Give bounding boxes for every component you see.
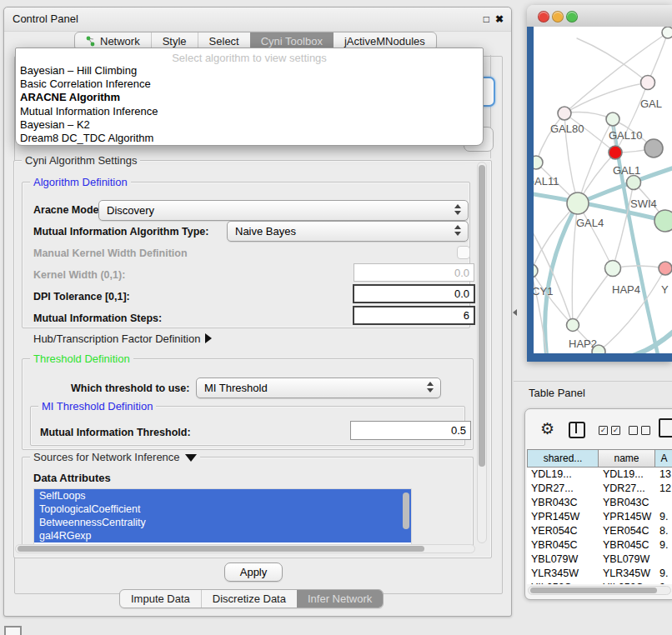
settings-vscrollbar[interactable] [477, 162, 487, 543]
network-edge[interactable] [534, 271, 573, 325]
network-node-bottom-partial[interactable] [592, 345, 605, 353]
network-node-gal10[interactable] [606, 112, 619, 126]
apply-button[interactable]: Apply [224, 562, 283, 582]
data-attributes-list[interactable]: SelfLoopsTopologicalCoefficientBetweenne… [33, 488, 412, 545]
checkbox-checked-icon: ✓ [611, 426, 620, 435]
table-row[interactable]: YBR045CYBR045C9. [527, 538, 672, 552]
node-label-gal10: GAL10 [609, 129, 642, 142]
attribute-list-item[interactable]: TopologicalCoefficient [34, 502, 411, 516]
network-node-gal80[interactable] [558, 107, 571, 120]
table-window: ⚙ ✓ ✓ shared...nameA YDL19...YDL19...13Y… [524, 408, 672, 600]
table-row[interactable]: YDL19...YDL19...13 [527, 468, 672, 482]
network-edge[interactable] [624, 328, 672, 353]
float-panel-icon[interactable]: □ [484, 13, 489, 25]
network-edge[interactable] [536, 113, 564, 162]
algorithm-definition-title: Algorithm Definition [30, 176, 131, 188]
network-canvas[interactable]: GALGAL80GAL10GAL1GAL11SWI4GAL4GCY1HAP4YH… [534, 27, 672, 353]
column-header-shared-[interactable]: shared... [527, 449, 599, 468]
collapsed-panel-icon[interactable] [4, 626, 22, 635]
minimize-window-icon[interactable] [552, 11, 564, 22]
tab-label: Impute Data [131, 592, 190, 605]
network-node-hap4[interactable] [605, 261, 621, 277]
mi-steps-input[interactable]: 6 [353, 306, 475, 325]
sources-expander[interactable]: Sources for Network Inference [30, 451, 200, 463]
hub-definition-expander[interactable]: Hub/Transcription Factor Definition [33, 332, 212, 345]
table-row[interactable]: YBR043CYBR043C [527, 496, 672, 510]
attribute-list-item[interactable]: gal4RGexp [34, 529, 411, 542]
list-scrollbar-thumb[interactable] [403, 492, 409, 529]
aracne-mode-select[interactable]: Discovery [98, 200, 469, 221]
table-row[interactable]: YPR145WYPR145W9. [527, 510, 672, 524]
gear-icon[interactable]: ⚙ [540, 421, 554, 437]
settings-hscrollbar-thumb[interactable] [18, 546, 424, 552]
attribute-list-item[interactable]: BetweennessCentrality [34, 516, 411, 529]
columns-icon[interactable] [569, 422, 585, 438]
dropdown-item-list: Bayesian – Hill ClimbingBasic Correlatio… [16, 64, 483, 145]
mi-threshold-input[interactable]: 0.5 [350, 421, 471, 440]
tab-discretize-data[interactable]: Discretize Data [201, 590, 297, 608]
new-table-icon[interactable] [659, 418, 672, 438]
algorithm-option[interactable]: Bayesian – Hill Climbing [16, 64, 483, 78]
network-node-gal1[interactable] [609, 146, 622, 159]
which-threshold-value: MI Threshold [204, 382, 268, 394]
aracne-mode-label: Aracne Mode: [33, 204, 103, 216]
close-window-icon[interactable] [538, 11, 549, 22]
network-icon [86, 36, 96, 47]
network-node-gal4[interactable] [567, 192, 589, 214]
tab-impute-data[interactable]: Impute Data [120, 590, 201, 608]
table-cell: YBR043C [599, 496, 655, 510]
table-cell: YPR145W [527, 510, 599, 524]
aracne-mode-value: Discovery [107, 204, 154, 217]
network-node-big-green[interactable] [654, 210, 672, 232]
attribute-list-item[interactable]: SelfLoops [34, 489, 411, 502]
network-edge[interactable] [573, 268, 613, 325]
algorithm-option[interactable]: Dream8 DC_TDC Algorithm [16, 132, 483, 145]
dropdown-placeholder: Select algorithm to view settings [16, 48, 483, 64]
splitter-grip-icon[interactable] [513, 309, 517, 316]
table-cell: YBR045C [599, 538, 655, 552]
checked-checkboxes-icon[interactable]: ✓ ✓ [599, 426, 620, 435]
table-hscrollbar-thumb[interactable] [530, 588, 657, 593]
dpi-tolerance-input[interactable]: 0.0 [353, 284, 475, 303]
table-row[interactable]: YDR27...YDR27...12 [527, 482, 672, 496]
table-row[interactable]: YER054CYER054C8. [527, 524, 672, 538]
network-node-swi4[interactable] [627, 176, 641, 190]
checkbox-unchecked-icon [629, 426, 638, 435]
network-edge[interactable] [615, 82, 648, 152]
network-node-gal7[interactable] [641, 76, 655, 90]
network-node-salmon-node[interactable] [659, 262, 672, 275]
settings-vscrollbar-thumb[interactable] [479, 165, 485, 467]
kernel-width-input[interactable]: 0.0 [354, 263, 474, 282]
mi-algorithm-type-select[interactable]: Naive Bayes [227, 221, 469, 242]
algorithm-option[interactable]: Mutual Information Inference [16, 105, 483, 118]
network-window-frame: GALGAL80GAL10GAL1GAL11SWI4GAL4GCY1HAP4YH… [527, 27, 672, 362]
network-edge[interactable] [564, 82, 648, 113]
table-row[interactable]: YLR345WYLR345W9. [527, 567, 672, 581]
tab-infer-network[interactable]: Infer Network [297, 590, 383, 608]
zoom-window-icon[interactable] [566, 11, 578, 22]
data-attributes-label: Data Attributes [33, 472, 111, 484]
network-node-gcy1[interactable] [534, 264, 538, 278]
table-cell: YIL052C [527, 581, 599, 584]
close-panel-icon[interactable]: ✖ [495, 13, 504, 25]
tab-label: jActiveMNodules [344, 35, 425, 48]
network-node-gal11[interactable] [534, 156, 543, 169]
network-edge[interactable] [577, 38, 648, 82]
column-header-name[interactable]: name [599, 449, 655, 468]
algorithm-option[interactable]: Basic Correlation Inference [16, 78, 483, 91]
network-node-gray-node[interactable] [644, 139, 663, 158]
network-node-hap2[interactable] [567, 319, 579, 332]
table-hscrollbar[interactable] [528, 586, 671, 595]
algorithm-option[interactable]: ARACNE Algorithm [16, 91, 483, 104]
settings-hscrollbar[interactable] [15, 544, 475, 553]
manual-kernel-width-checkbox[interactable] [457, 246, 470, 259]
table-cell: YER054C [599, 524, 655, 538]
algorithm-option[interactable]: Bayesian – K2 [16, 118, 483, 132]
table-row[interactable]: YIL052CYIL052C9. [527, 581, 672, 584]
network-node-top-partial[interactable] [662, 27, 672, 38]
table-cell: YER054C [527, 524, 599, 538]
unchecked-checkboxes-icon[interactable] [629, 426, 650, 435]
table-row[interactable]: YBL079WYBL079W [527, 552, 672, 567]
which-threshold-select[interactable]: MI Threshold [196, 378, 441, 398]
column-header-A[interactable]: A [655, 449, 672, 468]
